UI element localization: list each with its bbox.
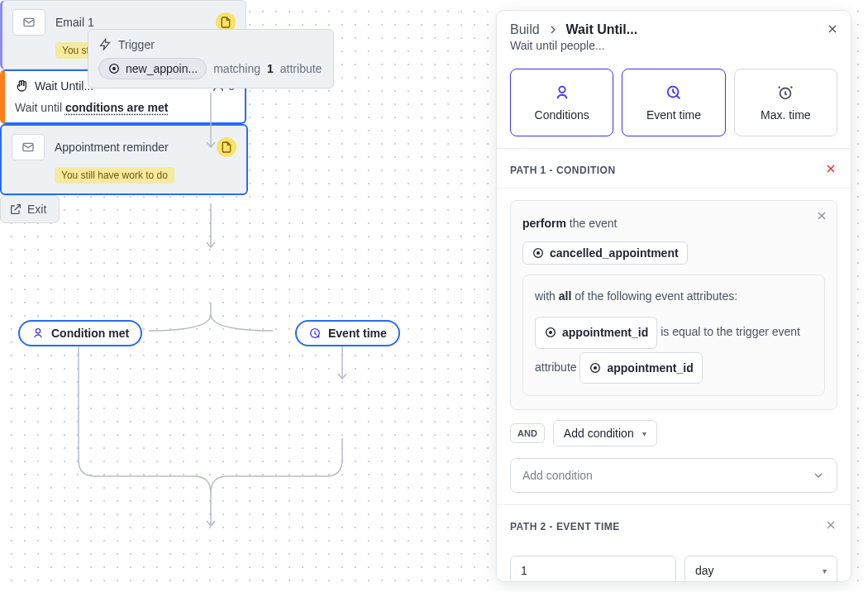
of-text: of the following event attributes: [571,289,737,303]
breadcrumb: Build Wait Until... [510,22,837,37]
svg-point-16 [537,251,540,254]
tab-conditions[interactable]: Conditions [510,69,613,136]
event-time-icon [665,84,683,102]
add-condition-button[interactable]: Add condition ▾ [553,420,657,446]
condition-icon [553,84,571,102]
email1-title: Email 1 [55,16,206,29]
breadcrumb-root[interactable]: Build [510,22,540,37]
attribute-label: attribute [280,62,322,75]
wait-sub-cond[interactable]: conditions are met [65,101,168,114]
path1-remove-button[interactable] [824,162,837,178]
close-icon [826,22,839,36]
wait-title: Wait Until... [35,79,93,93]
chevron-down-icon [812,469,825,482]
trigger-event-chip[interactable]: new_appoin... [98,58,207,79]
time-unit-value: day [695,564,714,577]
wait-sub-prefix: Wait until [15,101,65,114]
chevron-down-icon: ▾ [642,429,646,438]
and-operator[interactable]: AND [510,423,545,443]
close-icon [824,518,837,532]
email-preview-thumb [12,134,45,160]
attr2-token[interactable]: appointment_id [579,352,702,384]
condition-card: perform the event cancelled_appointment … [510,200,837,410]
add-condition-wide-label: Add condition [522,469,593,482]
condition-remove-button[interactable] [815,209,828,225]
event-token[interactable]: cancelled_appointment [522,241,688,265]
event-name: cancelled_appointment [550,246,679,260]
mail-icon [22,16,36,29]
matching-label: matching [213,62,260,75]
panel-subtitle: Wait until people... [510,39,837,52]
time-value-input[interactable] [510,556,676,582]
branch-right-label: Event time [328,327,387,340]
chevron-right-icon [546,23,560,36]
mail-icon [21,141,35,154]
add-condition-select[interactable]: Add condition [510,458,837,493]
tab-label: Max. time [761,108,811,122]
exit-node[interactable]: Exit [0,195,60,223]
svg-point-18 [550,332,552,334]
file-icon [220,141,233,154]
exit-label: Exit [27,203,46,216]
tab-max-time[interactable]: Max. time [734,69,837,136]
tab-event-time[interactable]: Event time [622,69,725,136]
tab-label: Event time [646,108,701,122]
external-link-icon [9,203,22,216]
email-preview-thumb [12,9,45,36]
reminder-node[interactable]: Appointment reminder You still have work… [0,124,248,195]
the-event-text: the event [566,217,618,230]
add-condition-label: Add condition [564,427,634,440]
with-text: with [535,289,559,303]
trigger-event-name: new_appoin... [126,62,198,75]
tab-label: Conditions [535,108,589,122]
breadcrumb-current: Wait Until... [566,22,638,37]
panel-close-button[interactable] [826,22,839,38]
branch-left-label: Condition met [51,327,129,340]
wait-tabs: Conditions Event time Max. time [497,60,851,148]
reminder-title: Appointment reminder [55,141,207,154]
hand-wait-icon [15,79,28,93]
path2-title: PATH 2 - EVENT TIME [510,521,620,532]
trigger-node[interactable]: Trigger new_appoin... matching 1 attribu… [88,29,334,88]
condition-icon [31,327,45,340]
close-icon [824,162,837,175]
event-time-icon [308,327,322,340]
branch-condition-met[interactable]: Condition met [18,320,142,346]
cursor-target-icon [107,62,121,75]
content-badge [217,137,236,157]
file-icon [219,16,232,29]
trigger-title: Trigger [118,38,155,51]
path1-title: PATH 1 - CONDITION [510,165,616,176]
branch-event-time[interactable]: Event time [295,320,400,346]
svg-point-20 [594,367,597,370]
path2-header: PATH 2 - EVENT TIME [497,504,851,544]
attribute-condition-card: with all of the following event attribut… [522,275,825,397]
svg-point-9 [36,329,40,333]
attr2-name: appointment_id [607,357,693,380]
svg-point-12 [559,87,565,93]
alarm-icon [776,84,794,102]
matching-count: 1 [267,62,274,75]
cursor-target-icon [544,326,557,339]
all-word: all [559,289,572,303]
attr1-token[interactable]: appointment_id [535,317,657,349]
path1-header: PATH 1 - CONDITION [497,148,851,189]
chevron-down-icon: ▾ [823,566,827,575]
time-unit-select[interactable]: day ▾ [684,556,837,582]
todo-pill: You still have work to do [55,167,174,184]
wait-config-panel: Build Wait Until... Wait until people...… [496,10,851,582]
cursor-target-icon [589,361,602,375]
lightning-icon [98,38,112,51]
close-icon [815,209,828,222]
perform-word: perform [522,217,566,230]
path2-remove-button[interactable] [824,518,837,534]
cursor-target-icon [532,246,545,260]
svg-point-6 [113,68,116,70]
attr1-name: appointment_id [562,322,648,344]
